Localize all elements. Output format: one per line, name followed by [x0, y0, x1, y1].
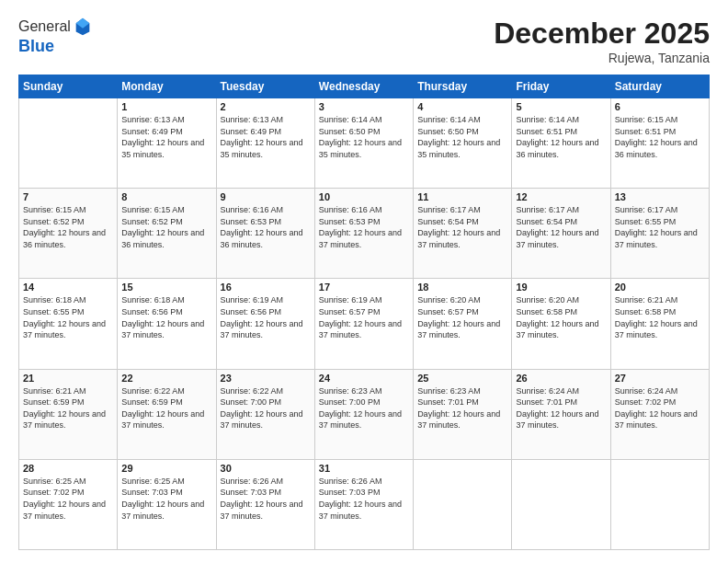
- calendar-cell: 23 Sunrise: 6:22 AM Sunset: 7:00 PM Dayl…: [216, 369, 314, 459]
- col-tuesday: Tuesday: [216, 75, 314, 98]
- day-number: 10: [319, 191, 409, 202]
- day-number: 15: [121, 282, 211, 293]
- col-friday: Friday: [512, 75, 610, 98]
- col-sunday: Sunday: [19, 75, 118, 98]
- calendar-week-4: 21 Sunrise: 6:21 AM Sunset: 6:59 PM Dayl…: [19, 369, 710, 459]
- day-info: Sunrise: 6:14 AM Sunset: 6:51 PM Dayligh…: [516, 114, 606, 160]
- month-title: December 2025: [494, 17, 710, 51]
- day-info: Sunrise: 6:15 AM Sunset: 6:52 PM Dayligh…: [121, 204, 211, 250]
- calendar-header-row: Sunday Monday Tuesday Wednesday Thursday…: [19, 75, 710, 98]
- calendar-cell: 21 Sunrise: 6:21 AM Sunset: 6:59 PM Dayl…: [19, 369, 118, 459]
- day-info: Sunrise: 6:18 AM Sunset: 6:55 PM Dayligh…: [23, 294, 113, 340]
- col-thursday: Thursday: [414, 75, 512, 98]
- day-number: 6: [615, 101, 705, 112]
- calendar-cell: 15 Sunrise: 6:18 AM Sunset: 6:56 PM Dayl…: [118, 279, 216, 369]
- calendar-cell: 6 Sunrise: 6:15 AM Sunset: 6:51 PM Dayli…: [610, 98, 709, 189]
- calendar-cell: 9 Sunrise: 6:16 AM Sunset: 6:53 PM Dayli…: [216, 189, 314, 279]
- day-number: 16: [221, 282, 311, 293]
- calendar-cell: 29 Sunrise: 6:25 AM Sunset: 7:03 PM Dayl…: [118, 459, 216, 549]
- calendar-cell: 20 Sunrise: 6:21 AM Sunset: 6:58 PM Dayl…: [610, 279, 709, 369]
- calendar-cell: 17 Sunrise: 6:19 AM Sunset: 6:57 PM Dayl…: [314, 279, 413, 369]
- col-wednesday: Wednesday: [314, 75, 413, 98]
- day-number: 17: [319, 282, 409, 293]
- calendar-cell: [19, 98, 118, 189]
- day-number: 11: [417, 191, 507, 202]
- day-info: Sunrise: 6:22 AM Sunset: 6:59 PM Dayligh…: [121, 385, 211, 431]
- day-number: 19: [516, 282, 606, 293]
- calendar-cell: 7 Sunrise: 6:15 AM Sunset: 6:52 PM Dayli…: [19, 189, 118, 279]
- calendar-cell: 18 Sunrise: 6:20 AM Sunset: 6:57 PM Dayl…: [414, 279, 512, 369]
- day-info: Sunrise: 6:25 AM Sunset: 7:03 PM Dayligh…: [121, 476, 211, 522]
- day-info: Sunrise: 6:20 AM Sunset: 6:57 PM Dayligh…: [417, 294, 507, 340]
- calendar-cell: 8 Sunrise: 6:15 AM Sunset: 6:52 PM Dayli…: [118, 189, 216, 279]
- day-number: 12: [516, 191, 606, 202]
- col-monday: Monday: [118, 75, 216, 98]
- day-number: 5: [516, 101, 606, 112]
- day-number: 9: [221, 191, 311, 202]
- calendar-cell: 11 Sunrise: 6:17 AM Sunset: 6:54 PM Dayl…: [414, 189, 512, 279]
- day-number: 22: [121, 373, 211, 384]
- day-number: 31: [319, 463, 409, 474]
- day-number: 7: [23, 191, 113, 202]
- calendar-cell: [610, 459, 709, 549]
- page: General Blue December 2025 Rujewa, Tanza…: [0, 0, 728, 563]
- day-info: Sunrise: 6:17 AM Sunset: 6:54 PM Dayligh…: [417, 204, 507, 250]
- day-info: Sunrise: 6:17 AM Sunset: 6:55 PM Dayligh…: [615, 204, 705, 250]
- logo: General Blue: [18, 17, 93, 56]
- calendar-cell: 10 Sunrise: 6:16 AM Sunset: 6:53 PM Dayl…: [314, 189, 413, 279]
- calendar-cell: [414, 459, 512, 549]
- calendar-cell: 31 Sunrise: 6:26 AM Sunset: 7:03 PM Dayl…: [314, 459, 413, 549]
- day-number: 23: [221, 373, 311, 384]
- day-info: Sunrise: 6:25 AM Sunset: 7:02 PM Dayligh…: [23, 476, 113, 522]
- day-number: 27: [615, 373, 705, 384]
- day-info: Sunrise: 6:16 AM Sunset: 6:53 PM Dayligh…: [221, 204, 311, 250]
- calendar-cell: 27 Sunrise: 6:24 AM Sunset: 7:02 PM Dayl…: [610, 369, 709, 459]
- calendar-cell: 12 Sunrise: 6:17 AM Sunset: 6:54 PM Dayl…: [512, 189, 610, 279]
- calendar-cell: 13 Sunrise: 6:17 AM Sunset: 6:55 PM Dayl…: [610, 189, 709, 279]
- day-info: Sunrise: 6:21 AM Sunset: 6:59 PM Dayligh…: [23, 385, 113, 431]
- day-number: 4: [417, 101, 507, 112]
- day-number: 29: [121, 463, 211, 474]
- calendar-cell: 19 Sunrise: 6:20 AM Sunset: 6:58 PM Dayl…: [512, 279, 610, 369]
- calendar-cell: 28 Sunrise: 6:25 AM Sunset: 7:02 PM Dayl…: [19, 459, 118, 549]
- logo-blue-text: Blue: [18, 37, 54, 56]
- logo-icon: [73, 17, 93, 37]
- col-saturday: Saturday: [610, 75, 709, 98]
- calendar-cell: 2 Sunrise: 6:13 AM Sunset: 6:49 PM Dayli…: [216, 98, 314, 189]
- day-info: Sunrise: 6:17 AM Sunset: 6:54 PM Dayligh…: [516, 204, 606, 250]
- day-info: Sunrise: 6:20 AM Sunset: 6:58 PM Dayligh…: [516, 294, 606, 340]
- calendar-cell: 3 Sunrise: 6:14 AM Sunset: 6:50 PM Dayli…: [314, 98, 413, 189]
- day-info: Sunrise: 6:14 AM Sunset: 6:50 PM Dayligh…: [417, 114, 507, 160]
- day-info: Sunrise: 6:15 AM Sunset: 6:52 PM Dayligh…: [23, 204, 113, 250]
- day-number: 24: [319, 373, 409, 384]
- calendar-week-3: 14 Sunrise: 6:18 AM Sunset: 6:55 PM Dayl…: [19, 279, 710, 369]
- calendar-cell: 30 Sunrise: 6:26 AM Sunset: 7:03 PM Dayl…: [216, 459, 314, 549]
- calendar-cell: [512, 459, 610, 549]
- day-info: Sunrise: 6:24 AM Sunset: 7:02 PM Dayligh…: [615, 385, 705, 431]
- day-number: 28: [23, 463, 113, 474]
- day-info: Sunrise: 6:23 AM Sunset: 7:01 PM Dayligh…: [417, 385, 507, 431]
- calendar-cell: 24 Sunrise: 6:23 AM Sunset: 7:00 PM Dayl…: [314, 369, 413, 459]
- header: General Blue December 2025 Rujewa, Tanza…: [18, 17, 710, 65]
- day-info: Sunrise: 6:15 AM Sunset: 6:51 PM Dayligh…: [615, 114, 705, 160]
- title-block: December 2025 Rujewa, Tanzania: [494, 17, 710, 65]
- day-number: 30: [221, 463, 311, 474]
- calendar-cell: 1 Sunrise: 6:13 AM Sunset: 6:49 PM Dayli…: [118, 98, 216, 189]
- calendar-cell: 22 Sunrise: 6:22 AM Sunset: 6:59 PM Dayl…: [118, 369, 216, 459]
- day-info: Sunrise: 6:26 AM Sunset: 7:03 PM Dayligh…: [319, 476, 409, 522]
- calendar-cell: 16 Sunrise: 6:19 AM Sunset: 6:56 PM Dayl…: [216, 279, 314, 369]
- day-info: Sunrise: 6:16 AM Sunset: 6:53 PM Dayligh…: [319, 204, 409, 250]
- day-info: Sunrise: 6:21 AM Sunset: 6:58 PM Dayligh…: [615, 294, 705, 340]
- day-info: Sunrise: 6:26 AM Sunset: 7:03 PM Dayligh…: [221, 476, 311, 522]
- day-number: 26: [516, 373, 606, 384]
- calendar-cell: 26 Sunrise: 6:24 AM Sunset: 7:01 PM Dayl…: [512, 369, 610, 459]
- day-number: 21: [23, 373, 113, 384]
- day-number: 8: [121, 191, 211, 202]
- calendar-cell: 4 Sunrise: 6:14 AM Sunset: 6:50 PM Dayli…: [414, 98, 512, 189]
- day-number: 20: [615, 282, 705, 293]
- day-info: Sunrise: 6:19 AM Sunset: 6:56 PM Dayligh…: [221, 294, 311, 340]
- day-number: 1: [121, 101, 211, 112]
- day-info: Sunrise: 6:18 AM Sunset: 6:56 PM Dayligh…: [121, 294, 211, 340]
- calendar-cell: 14 Sunrise: 6:18 AM Sunset: 6:55 PM Dayl…: [19, 279, 118, 369]
- logo-general-text: General: [18, 18, 71, 35]
